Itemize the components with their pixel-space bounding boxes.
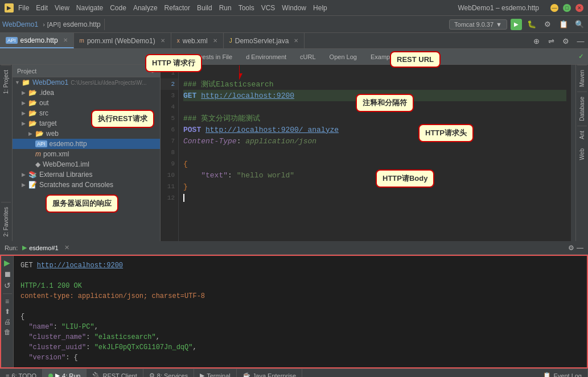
todo-icon: ≡ bbox=[6, 372, 9, 378]
tab-close-esdemo[interactable]: ✕ bbox=[63, 37, 68, 43]
tab-run[interactable]: ▶ 4: Run bbox=[43, 369, 87, 377]
menu-view[interactable]: View bbox=[55, 4, 69, 12]
run-cluster-uuid-val: "ekJLF0pQTxCGl107Jn_dqQ" bbox=[94, 343, 193, 351]
split-btn[interactable]: ⇌ bbox=[545, 35, 557, 47]
recent-files-btn[interactable]: ⊕ bbox=[530, 35, 542, 47]
run-filter-btn[interactable]: ≡ bbox=[5, 297, 9, 305]
tab-todo[interactable]: ≡ 6: TODO bbox=[0, 369, 43, 377]
run-get-line: GET http://localhost:9200 bbox=[20, 260, 580, 271]
run-scroll-top-btn[interactable]: ⬆ bbox=[5, 308, 10, 316]
tab-web[interactable]: x web.xml ✕ bbox=[171, 33, 224, 48]
run-button[interactable]: ▶ bbox=[511, 19, 522, 30]
tab-servlet[interactable]: J DemoServlet.java ✕ bbox=[224, 33, 305, 48]
menu-refactor[interactable]: Refactor bbox=[165, 4, 190, 12]
run-http-status: HTTP/1.1 200 OK bbox=[20, 282, 82, 290]
terminal-label: Terminal bbox=[207, 372, 231, 378]
run-stop-btn[interactable]: ⏹ bbox=[3, 270, 11, 279]
annotation-comment-separator: 注释和分隔符 bbox=[356, 94, 414, 112]
code-editor[interactable]: 1 2 3 4 5 6 7 8 9 10 11 12 ### 测试Elastic… bbox=[161, 65, 575, 241]
open-log-btn[interactable]: Open Log bbox=[325, 52, 361, 61]
tab-event-log[interactable]: 📋 Event Log bbox=[537, 369, 588, 377]
close-brace: } bbox=[183, 183, 188, 191]
menu-window[interactable]: Window bbox=[282, 4, 306, 12]
tomcat-dropdown[interactable]: Tomcat 9.0.37 ▼ bbox=[449, 19, 507, 30]
tab-esdemo[interactable]: API esdemo.http ✕ bbox=[0, 33, 74, 48]
run-minimize-icon[interactable]: — bbox=[577, 244, 583, 252]
code-content[interactable]: ### 测试Elasticsearch GET http://localhost… bbox=[179, 65, 571, 241]
run-tab-esdemo[interactable]: ▶ esdemo#1 ✕ bbox=[22, 244, 69, 251]
tree-item-scratches[interactable]: ▶ 📝 Scratches and Consoles bbox=[13, 180, 160, 190]
maximize-button[interactable]: □ bbox=[563, 4, 571, 12]
menu-run[interactable]: Run bbox=[219, 4, 232, 12]
toolbar-icon-3[interactable]: 🔍 bbox=[573, 18, 586, 31]
menu-vcs[interactable]: VCS bbox=[261, 4, 276, 12]
tab-close-pom[interactable]: ✕ bbox=[161, 38, 165, 44]
web-panel-label[interactable]: Web bbox=[577, 144, 587, 164]
tree-item-idea[interactable]: ▶ 📂 .idea bbox=[13, 88, 160, 98]
tab-pom[interactable]: m pom.xml (WebDemo1) ✕ bbox=[74, 33, 171, 48]
run-name-key: "name" bbox=[28, 323, 53, 331]
code-line-5: ### 英文分词功能测试 bbox=[183, 113, 566, 124]
tree-src-icon: 📂 bbox=[28, 109, 37, 117]
tab-terminal[interactable]: ▶ Terminal bbox=[194, 369, 237, 377]
window-controls: — □ ✕ bbox=[550, 4, 583, 12]
debug-button[interactable]: 🐛 bbox=[525, 18, 538, 31]
close-button[interactable]: ✕ bbox=[575, 4, 583, 12]
code-line-7: Content-Type : application/json bbox=[183, 135, 566, 147]
run-rerun-btn[interactable]: ↺ bbox=[4, 281, 11, 290]
tab-services[interactable]: ⚙ 8: Services bbox=[143, 369, 194, 377]
run-trash-btn[interactable]: 🗑 bbox=[4, 328, 11, 336]
run-indent-3 bbox=[20, 343, 28, 351]
ant-panel-label[interactable]: Ant bbox=[577, 126, 587, 144]
minimize-button[interactable]: — bbox=[550, 4, 558, 12]
close-editor-btn[interactable]: — bbox=[574, 35, 587, 47]
toolbar-icon-1[interactable]: ⚙ bbox=[541, 18, 554, 31]
annotation-http-body: HTTP请Body bbox=[376, 169, 434, 188]
tree-item-web[interactable]: ▶ 📂 web bbox=[13, 129, 160, 139]
tab-close-web[interactable]: ✕ bbox=[213, 38, 217, 44]
app-wrapper: ▶ File Edit View Navigate Code Analyze R… bbox=[0, 0, 588, 377]
java-enterprise-label: Java Enterprise bbox=[253, 372, 296, 378]
menu-file[interactable]: File bbox=[18, 4, 29, 12]
annotation-execute-rest: 执行REST请求 bbox=[91, 110, 154, 128]
tab-java-enterprise[interactable]: ☕ Java Enterprise bbox=[237, 369, 302, 377]
terminal-icon: ▶ bbox=[200, 372, 204, 377]
menu-analyze[interactable]: Analyze bbox=[133, 4, 158, 12]
tomcat-label: Tomcat 9.0.37 bbox=[454, 21, 494, 28]
tab-web-icon: x bbox=[177, 38, 180, 44]
json-text-val: "hello world" bbox=[237, 171, 294, 180]
menu-build[interactable]: Build bbox=[197, 4, 212, 12]
tree-item-esdemo[interactable]: API esdemo.http bbox=[13, 139, 160, 149]
tree-item-ext-libs[interactable]: ▶ 📚 External Libraries bbox=[13, 169, 160, 180]
menu-tools[interactable]: Tools bbox=[239, 4, 254, 12]
menu-code[interactable]: Code bbox=[110, 4, 126, 12]
run-print-btn[interactable]: 🖨 bbox=[4, 318, 11, 326]
menu-help[interactable]: Help bbox=[313, 4, 327, 12]
run-sep bbox=[3, 293, 12, 294]
tree-label-iml: WebDemo1.iml bbox=[43, 160, 89, 168]
run-get-url[interactable]: http://localhost:9200 bbox=[37, 262, 123, 270]
project-panel-label[interactable]: 1: Project bbox=[1, 65, 11, 98]
tab-rest-client[interactable]: 🔌 REST Client bbox=[87, 369, 143, 377]
run-name-line: "name" : "LIU-PC" , bbox=[20, 322, 580, 332]
environment-btn[interactable]: d Environment bbox=[241, 52, 291, 61]
tree-arrow-out: ▶ bbox=[22, 100, 28, 106]
curl-btn[interactable]: cURL bbox=[295, 52, 320, 61]
tree-item-out[interactable]: ▶ 📂 out bbox=[13, 98, 160, 108]
tab-close-servlet[interactable]: ✕ bbox=[294, 38, 298, 44]
run-play-btn[interactable]: ▶ bbox=[4, 258, 10, 267]
toolbar-icon-2[interactable]: 📋 bbox=[557, 18, 570, 31]
run-settings-icon[interactable]: ⚙ bbox=[568, 244, 574, 252]
run-tab-close[interactable]: ✕ bbox=[64, 244, 69, 251]
gear-btn[interactable]: ⚙ bbox=[560, 35, 572, 47]
tree-item-iml[interactable]: ◆ WebDemo1.iml bbox=[13, 159, 160, 169]
tree-item-webdemo1[interactable]: ▼ 📁 WebDemo1 C:\Users\Liu\IdeaProjects\W… bbox=[13, 77, 160, 88]
database-panel-label[interactable]: Database bbox=[577, 92, 587, 126]
favorites-panel-label[interactable]: 2: Favorites bbox=[1, 202, 11, 241]
maven-panel-label[interactable]: Maven bbox=[577, 65, 587, 92]
menu-edit[interactable]: Edit bbox=[36, 4, 48, 12]
code-line-8 bbox=[183, 147, 566, 158]
run-blank-1 bbox=[20, 271, 580, 281]
tree-item-pom[interactable]: m pom.xml bbox=[13, 149, 160, 159]
menu-navigate[interactable]: Navigate bbox=[76, 4, 103, 12]
